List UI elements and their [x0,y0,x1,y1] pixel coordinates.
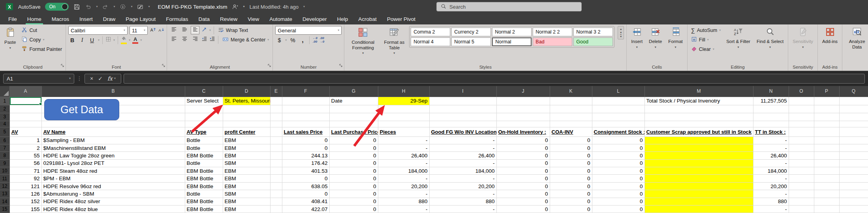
cell[interactable] [814,182,839,190]
av-cell[interactable]: 92 [9,175,41,182]
cell[interactable] [839,97,868,105]
column-header-M[interactable]: M [644,86,753,97]
addins-button[interactable]: Add-ins [820,26,840,46]
row-header-13[interactable]: 13 [0,190,9,198]
alignment-dialog-launcher-icon[interactable] [267,62,271,69]
column-header-D[interactable]: D [223,86,270,97]
format-painter-button[interactable]: Format Painter [20,45,63,53]
good-fg-cell[interactable]: 20,200 [429,182,496,190]
cell[interactable] [839,198,868,205]
cell[interactable] [185,105,223,113]
column-header-I[interactable]: I [429,86,496,97]
column-header-C[interactable]: C [185,86,223,97]
cell[interactable] [814,136,839,144]
on-hold-cell[interactable]: 0 [496,198,550,205]
last-purchase-price-cell[interactable]: 0 [329,144,378,151]
underline-dropdown-icon[interactable]: ▾ [98,39,100,42]
cell[interactable] [329,121,378,127]
cell[interactable] [814,127,839,136]
pieces-cell[interactable]: - [378,190,429,198]
consignment-cell[interactable]: 0 [592,167,644,175]
cell[interactable] [839,105,868,113]
column-header-F[interactable]: F [282,86,329,97]
last-sales-price-cell[interactable]: 401.53 [282,167,329,175]
column-header-G[interactable]: G [329,86,378,97]
cell[interactable] [789,136,814,144]
tt-in-stock-cell[interactable]: - [753,144,789,151]
autosave-toggle[interactable]: On [45,3,69,11]
cell[interactable] [839,127,868,136]
cell[interactable] [753,105,789,113]
on-hold-cell[interactable]: 0 [496,206,550,213]
cell[interactable] [329,105,378,113]
cell[interactable] [378,121,429,127]
cell[interactable] [644,113,753,121]
profit-center-cell[interactable]: EBM [223,182,270,190]
cell[interactable] [814,152,839,159]
cell[interactable] [550,121,592,127]
insert-cells-button[interactable]: Insert▾ [629,26,644,50]
style-normal-5[interactable]: Normal 5 [451,37,491,46]
av-cell[interactable]: 2 [9,144,41,151]
style-normal-2[interactable]: Normal 2 [492,28,532,36]
cell[interactable] [814,206,839,213]
row-header-1[interactable]: 1 [0,97,9,105]
cell[interactable] [270,206,282,213]
total-stock-value-cell[interactable]: 11,257,505 [753,97,789,105]
cell[interactable] [592,97,644,105]
coa-inv-cell[interactable]: 0 [550,152,592,159]
tab-file[interactable]: File [3,13,22,24]
cell[interactable] [185,121,223,127]
cell[interactable] [753,113,789,121]
last-purchase-price-cell[interactable]: 0 [329,159,378,167]
last-purchase-price-cell[interactable]: 0 [329,152,378,159]
table-header-cell[interactable]: Consignment Stock : [592,127,644,136]
cell[interactable] [839,113,868,121]
quick-access-overflow-icon[interactable]: ▾ [148,5,150,8]
redo-dropdown-icon[interactable]: ▾ [113,5,115,8]
on-hold-cell[interactable]: 0 [496,182,550,190]
cell[interactable] [814,175,839,182]
cell[interactable] [789,167,814,175]
tab-page-layout[interactable]: Page Layout [120,13,161,24]
pieces-cell[interactable]: 184,000 [378,167,429,175]
cell[interactable] [270,159,282,167]
pieces-cell[interactable]: 20,200 [378,182,429,190]
cell[interactable] [814,198,839,205]
undo-dropdown-icon[interactable]: ▾ [96,5,98,8]
table-header-cell[interactable] [270,127,282,136]
consignment-cell[interactable]: 0 [592,198,644,205]
column-header-B[interactable]: B [41,86,185,97]
cell[interactable] [270,121,282,127]
touch-mode-dropdown-icon[interactable]: ▾ [131,5,132,8]
get-data-button[interactable]: Get Data [44,99,119,120]
total-stock-label-cell[interactable]: Total Stock / Physical Invenotry [644,97,753,105]
customer-scrap-cell[interactable] [644,198,753,205]
tab-review[interactable]: Review [215,13,242,24]
cell[interactable] [789,105,814,113]
column-header-J[interactable]: J [496,86,550,97]
last-purchase-price-cell[interactable]: 0 [329,136,378,144]
profit-center-cell[interactable]: EBM [223,144,270,151]
cell[interactable] [839,190,868,198]
bold-button[interactable]: B [68,36,76,44]
table-header-cell[interactable]: Last sales Price [282,127,329,136]
row-header-12[interactable]: 12 [0,182,9,190]
select-all-corner[interactable] [0,86,9,97]
good-fg-cell[interactable]: 184,000 [429,167,496,175]
last-purchase-price-cell[interactable]: 0 [329,190,378,198]
tab-developer[interactable]: Developer [297,13,332,24]
share-people-icon[interactable] [232,4,238,10]
cell[interactable] [41,121,185,127]
av-name-cell[interactable]: HDPE Steam 48oz red [41,167,185,175]
column-header-H[interactable]: H [378,86,429,97]
cell[interactable] [223,113,270,121]
av-name-cell[interactable]: $PM - EBM [41,175,185,182]
av-type-cell[interactable]: Bottle [185,136,223,144]
cell[interactable] [270,113,282,121]
column-header-A[interactable]: A [9,86,41,97]
borders-icon[interactable] [105,36,111,44]
good-fg-cell[interactable]: - [429,190,496,198]
on-hold-cell[interactable]: 0 [496,175,550,182]
last-purchase-price-cell[interactable]: 0 [329,175,378,182]
